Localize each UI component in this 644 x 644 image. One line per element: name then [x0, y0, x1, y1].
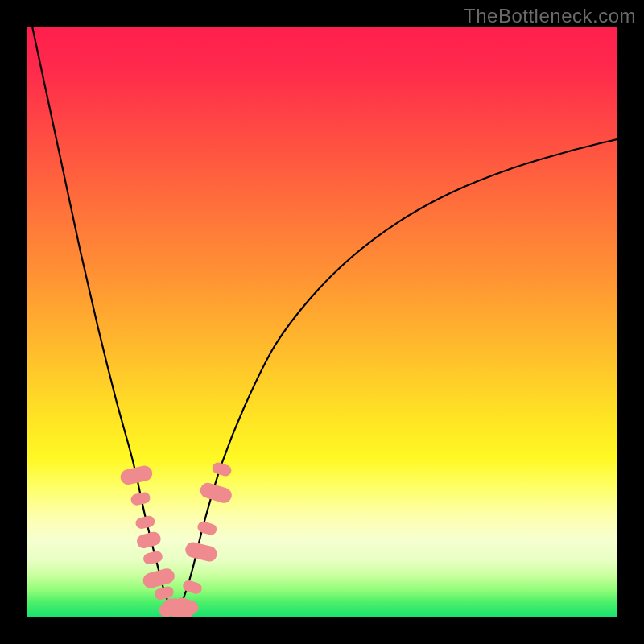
chart-frame: TheBottleneck.com: [0, 0, 644, 644]
plot-area: [27, 27, 617, 617]
chart-svg: [27, 27, 617, 617]
gradient-background: [27, 27, 617, 617]
watermark-text: TheBottleneck.com: [464, 5, 636, 27]
